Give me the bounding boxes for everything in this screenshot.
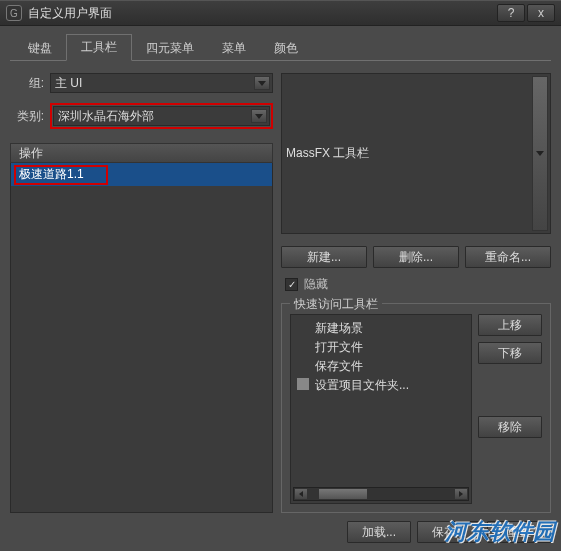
fieldset-legend: 快速访问工具栏 [290, 296, 382, 313]
delete-button[interactable]: 删除... [373, 246, 459, 268]
tab-color[interactable]: 颜色 [260, 36, 312, 61]
chevron-down-icon [254, 76, 270, 90]
app-icon: G [6, 5, 22, 21]
tab-toolbar[interactable]: 工具栏 [66, 34, 132, 61]
quick-access-list[interactable]: 新建场景 打开文件 保存文件 设置项目文件夹... [290, 314, 472, 504]
chevron-down-icon [532, 76, 548, 231]
scroll-right-button[interactable] [454, 488, 468, 500]
quick-access-fieldset: 快速访问工具栏 新建场景 打开文件 保存文件 设置项目文件夹... 上移 下移 … [281, 303, 551, 513]
action-list[interactable]: 极速道路1.1 [10, 163, 273, 513]
title-bar: G 自定义用户界面 ? x [0, 0, 561, 26]
rename-button[interactable]: 重命名... [465, 246, 551, 268]
window-title: 自定义用户界面 [28, 5, 495, 22]
category-value: 深圳水晶石海外部 [58, 108, 154, 125]
chevron-down-icon [251, 109, 267, 123]
action-list-header[interactable]: 操作 [10, 143, 273, 163]
help-button[interactable]: ? [497, 4, 525, 22]
list-item[interactable]: 新建场景 [293, 319, 469, 338]
scrollbar-track[interactable] [308, 488, 454, 500]
close-button[interactable]: x [527, 4, 555, 22]
left-column: 组: 主 UI 类别: 深圳水晶石海外部 操作 极速道路1.1 [10, 73, 273, 513]
toolbar-value: MassFX 工具栏 [286, 145, 369, 162]
tab-keyboard[interactable]: 键盘 [14, 36, 66, 61]
highlight-box [14, 165, 108, 185]
move-up-button[interactable]: 上移 [478, 314, 542, 336]
group-dropdown[interactable]: 主 UI [50, 73, 273, 93]
tab-bar: 键盘 工具栏 四元菜单 菜单 颜色 [0, 26, 561, 61]
category-label: 类别: [10, 108, 50, 125]
toolbar-dropdown[interactable]: MassFX 工具栏 [281, 73, 551, 234]
horizontal-scrollbar[interactable] [293, 487, 469, 501]
new-button[interactable]: 新建... [281, 246, 367, 268]
save-button[interactable]: 保存... [417, 521, 481, 543]
group-label: 组: [10, 75, 50, 92]
scrollbar-thumb[interactable] [318, 488, 368, 500]
remove-button[interactable]: 移除 [478, 416, 542, 438]
hide-checkbox[interactable]: ✓ [285, 278, 298, 291]
category-dropdown[interactable]: 深圳水晶石海外部 [53, 106, 270, 126]
load-button[interactable]: 加载... [347, 521, 411, 543]
reset-button[interactable]: 重置 [487, 521, 551, 543]
tab-quadmenu[interactable]: 四元菜单 [132, 36, 208, 61]
right-column: MassFX 工具栏 新建... 删除... 重命名... ✓ 隐藏 快速访问工… [281, 73, 551, 513]
scroll-left-button[interactable] [294, 488, 308, 500]
bottom-button-row: 加载... 保存... 重置 [0, 521, 561, 549]
group-value: 主 UI [55, 75, 82, 92]
move-down-button[interactable]: 下移 [478, 342, 542, 364]
tab-menu[interactable]: 菜单 [208, 36, 260, 61]
list-item[interactable]: 保存文件 [293, 357, 469, 376]
list-item[interactable]: 设置项目文件夹... [293, 376, 469, 395]
list-item[interactable]: 打开文件 [293, 338, 469, 357]
hide-label: 隐藏 [304, 276, 328, 293]
